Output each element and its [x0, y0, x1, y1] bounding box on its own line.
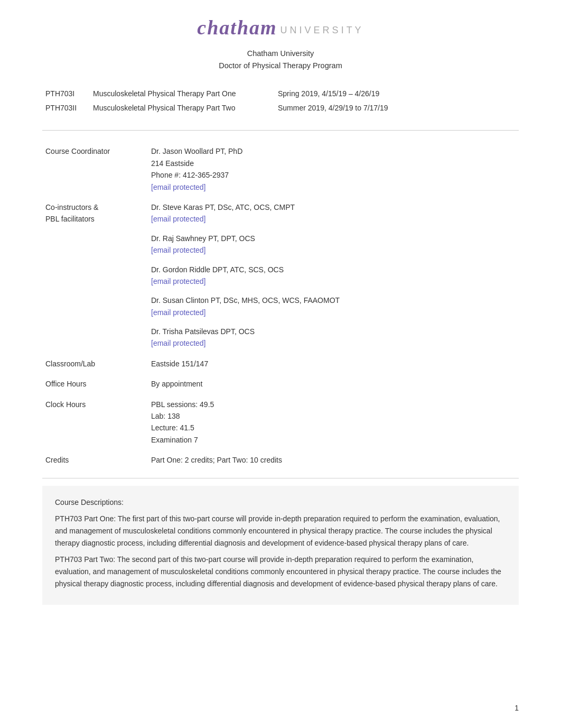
- coinstructors-label: Co-instructors & PBL facilitators: [42, 197, 148, 354]
- classroom-value: Eastside 151/147: [148, 354, 519, 374]
- classroom-label: Classroom/Lab: [42, 354, 148, 374]
- bottom-divider: [42, 478, 519, 478]
- credits-row: Credits Part One: 2 credits; Part Two: 1…: [42, 450, 519, 470]
- course-title-2: Musculoskeletal Physical Therapy Part Tw…: [90, 101, 275, 115]
- instructor-4-email[interactable]: [email protected]: [151, 308, 206, 317]
- instructor-4: Dr. Susan Clinton PT, DSc, MHS, OCS, WCS…: [151, 294, 516, 318]
- coordinator-value: Dr. Jason Woollard PT, PhD 214 Eastside …: [148, 141, 519, 197]
- description-part-two: PTH703 Part Two: The second part of this…: [55, 554, 506, 590]
- instructor-2: Dr. Raj Sawhney PT, DPT, OCS [email prot…: [151, 233, 516, 256]
- clock-hours-pbl: PBL sessions: 49.5: [151, 399, 516, 410]
- logo-chatham: chatham: [197, 16, 277, 39]
- credits-value: Part One: 2 credits; Part Two: 10 credit…: [148, 450, 519, 470]
- university-header: Chatham University Doctor of Physical Th…: [42, 48, 519, 72]
- course-term-1: Spring 2019, 4/15/19 – 4/26/19: [275, 87, 519, 101]
- course-row-2: PTH703II Musculoskeletal Physical Therap…: [42, 101, 519, 115]
- office-hours-row: Office Hours By appointment: [42, 374, 519, 394]
- office-hours-label: Office Hours: [42, 374, 148, 394]
- clock-hours-lecture: Lecture: 41.5: [151, 422, 516, 434]
- instructor-4-name: Dr. Susan Clinton PT, DSc, MHS, OCS, WCS…: [151, 294, 516, 306]
- coinstructors-label-line2: PBL facilitators: [45, 213, 145, 225]
- coinstructors-value: Dr. Steve Karas PT, DSc, ATC, OCS, CMPT …: [148, 197, 519, 354]
- course-term-2: Summer 2019, 4/29/19 to 7/17/19: [275, 101, 519, 115]
- clock-hours-lab: Lab: 138: [151, 410, 516, 422]
- instructor-2-name: Dr. Raj Sawhney PT, DPT, OCS: [151, 233, 516, 244]
- coinstructors-row: Co-instructors & PBL facilitators Dr. St…: [42, 197, 519, 354]
- clock-hours-examination: Examination 7: [151, 434, 516, 446]
- coordinator-label: Course Coordinator: [42, 141, 148, 197]
- course-row-1: PTH703I Musculoskeletal Physical Therapy…: [42, 87, 519, 101]
- coinstructors-label-line1: Co-instructors &: [45, 201, 145, 213]
- course-id-1: PTH703I: [42, 87, 90, 101]
- instructor-3-email[interactable]: [email protected]: [151, 277, 206, 285]
- instructor-1-name: Dr. Steve Karas PT, DSc, ATC, OCS, CMPT: [151, 201, 516, 213]
- credits-label: Credits: [42, 450, 148, 470]
- clock-hours-value: PBL sessions: 49.5 Lab: 138 Lecture: 41.…: [148, 394, 519, 450]
- coordinator-address: 214 Eastside: [151, 158, 516, 169]
- instructor-3: Dr. Gordon Riddle DPT, ATC, SCS, OCS [em…: [151, 264, 516, 288]
- coordinator-phone: Phone #: 412-365-2937: [151, 169, 516, 181]
- course-info-table: PTH703I Musculoskeletal Physical Therapy…: [42, 87, 519, 115]
- instructor-5-name: Dr. Trisha Patsilevas DPT, OCS: [151, 326, 516, 337]
- page-number: 1: [515, 704, 519, 712]
- clock-hours-label: Clock Hours: [42, 394, 148, 450]
- course-title-1: Musculoskeletal Physical Therapy Part On…: [90, 87, 275, 101]
- coordinator-row: Course Coordinator Dr. Jason Woollard PT…: [42, 141, 519, 197]
- coordinator-email[interactable]: [email protected]: [151, 183, 206, 191]
- instructor-3-name: Dr. Gordon Riddle DPT, ATC, SCS, OCS: [151, 264, 516, 275]
- instructor-1-email[interactable]: [email protected]: [151, 215, 206, 223]
- top-divider: [42, 130, 519, 131]
- coordinator-name: Dr. Jason Woollard PT, PhD: [151, 145, 516, 157]
- page-container: chatham university Chatham University Do…: [0, 0, 561, 728]
- office-hours-value: By appointment: [148, 374, 519, 394]
- logo-container: chatham university: [197, 16, 363, 39]
- course-id-2: PTH703II: [42, 101, 90, 115]
- classroom-row: Classroom/Lab Eastside 151/147: [42, 354, 519, 374]
- instructor-1: Dr. Steve Karas PT, DSc, ATC, OCS, CMPT …: [151, 201, 516, 225]
- clock-hours-row: Clock Hours PBL sessions: 49.5 Lab: 138 …: [42, 394, 519, 450]
- logo-area: chatham university: [42, 16, 519, 39]
- instructor-5: Dr. Trisha Patsilevas DPT, OCS [email pr…: [151, 326, 516, 349]
- description-part-one: PTH703 Part One: The first part of this …: [55, 513, 506, 549]
- description-heading: Course Descriptions:: [55, 496, 506, 509]
- program-name: Doctor of Physical Therapy Program: [42, 60, 519, 72]
- instructor-5-email[interactable]: [email protected]: [151, 339, 206, 347]
- university-name: Chatham University: [42, 48, 519, 60]
- course-description-section: Course Descriptions: PTH703 Part One: Th…: [42, 486, 519, 605]
- logo-university: university: [280, 25, 364, 36]
- instructor-2-email[interactable]: [email protected]: [151, 246, 206, 254]
- main-info-table: Course Coordinator Dr. Jason Woollard PT…: [42, 141, 519, 470]
